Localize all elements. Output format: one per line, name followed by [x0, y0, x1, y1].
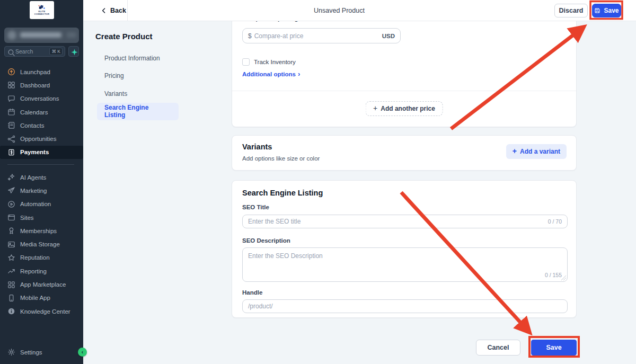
- gear-icon: [7, 348, 15, 356]
- sidebar-item-label: Knowledge Center: [20, 308, 70, 315]
- sidebar-item-label: Automation: [20, 201, 51, 207]
- seo-title-label: SEO Title: [242, 204, 269, 210]
- save-label: Save: [546, 344, 561, 351]
- add-variant-label: Add a variant: [520, 148, 560, 155]
- compare-at-price-input[interactable]: [254, 32, 382, 40]
- track-inventory-checkbox[interactable]: [242, 58, 250, 66]
- sidebar-item-label: Contacts: [20, 122, 44, 129]
- sidebar-item-label: Reputation: [20, 254, 50, 261]
- seo-title-counter: 0 / 70: [548, 218, 562, 225]
- back-button[interactable]: Back: [101, 0, 126, 21]
- sidebar-item-app-marketplace[interactable]: App Marketplace: [0, 278, 83, 291]
- sidebar-item-conversations[interactable]: Conversations: [0, 92, 83, 105]
- topbar: Back Unsaved Product Discard Save: [83, 0, 636, 21]
- compare-at-price-field[interactable]: $ USD: [242, 28, 401, 43]
- tab-search-engine-listing[interactable]: Search Engine Listing: [97, 103, 179, 121]
- banknote-icon: [7, 148, 15, 156]
- variants-card: Variants Add options like size or color …: [232, 135, 577, 171]
- sidebar-item-ai-agents[interactable]: AI Agents: [0, 171, 83, 184]
- global-search-input[interactable]: Search ⌘ K: [4, 46, 65, 57]
- additional-options-link[interactable]: Additional options: [242, 71, 300, 77]
- sidebar-item-label: Opportunities: [20, 136, 56, 142]
- discard-label: Discard: [559, 7, 584, 14]
- track-inventory-label: Track Inventory: [254, 59, 296, 65]
- tab-variants[interactable]: Variants: [97, 85, 179, 103]
- floppy-disk-icon: [594, 7, 600, 14]
- cancel-button[interactable]: Cancel: [476, 340, 520, 356]
- trending-up-icon: [7, 267, 15, 275]
- logo-line2: CONNECTOR: [34, 13, 49, 15]
- sidebar-item-settings[interactable]: Settings: [0, 345, 83, 359]
- sidebar-item-reputation[interactable]: Reputation: [0, 251, 83, 264]
- chat-bubble-icon: [7, 95, 15, 103]
- phone-icon: [7, 294, 15, 302]
- save-button-top[interactable]: Save: [592, 4, 621, 17]
- seo-title-field[interactable]: 0 / 70: [242, 215, 568, 228]
- medal-icon: [7, 227, 15, 235]
- image-icon: [7, 241, 15, 248]
- card-divider: [232, 91, 576, 91]
- sidebar-item-automation[interactable]: Automation: [0, 198, 83, 211]
- seo-description-counter: 0 / 155: [545, 272, 562, 278]
- sidebar-item-media-storage[interactable]: Media Storage: [0, 237, 83, 251]
- tab-product-information[interactable]: Product Information: [97, 49, 179, 67]
- back-label: Back: [110, 7, 126, 14]
- nodes-icon: [7, 135, 15, 143]
- sidebar-collapse-button[interactable]: ‹: [78, 348, 87, 357]
- compare-at-pricing-label: Compare-at pricing: [242, 21, 298, 24]
- add-price-label: Add another price: [381, 105, 435, 112]
- sidebar-item-memberships[interactable]: Memberships: [0, 224, 83, 237]
- sidebar-item-reporting[interactable]: Reporting: [0, 264, 83, 278]
- add-variant-button[interactable]: Add a variant: [506, 144, 567, 159]
- sidebar-item-launchpad[interactable]: Launchpad: [0, 65, 83, 78]
- sidebar-item-mobile-app[interactable]: Mobile App: [0, 291, 83, 305]
- seo-description-label: SEO Description: [242, 237, 290, 244]
- info-circle-icon: [7, 307, 15, 315]
- sidebar-divider: [7, 164, 74, 165]
- sidebar-item-knowledge-center[interactable]: Knowledge Center: [0, 305, 83, 318]
- tab-pricing[interactable]: Pricing: [97, 67, 179, 85]
- sidebar-item-contacts[interactable]: Contacts: [0, 119, 83, 132]
- contacts-book-icon: [7, 121, 15, 129]
- sidebar-item-label: Conversations: [20, 95, 59, 102]
- account-switcher[interactable]: [4, 28, 79, 43]
- create-product-title: Create Product: [95, 32, 153, 41]
- company-logo[interactable]: ELITE CONNECTOR: [30, 1, 54, 19]
- handle-field[interactable]: [242, 299, 568, 313]
- seo-description-textarea[interactable]: [243, 248, 567, 281]
- account-avatar: [7, 31, 16, 40]
- additional-options-label: Additional options: [242, 71, 296, 77]
- discard-button[interactable]: Discard: [554, 4, 588, 17]
- chevron-left-icon: [101, 7, 107, 14]
- sidebar-item-marketing[interactable]: Marketing: [0, 184, 83, 197]
- sidebar-item-dashboard[interactable]: Dashboard: [0, 78, 83, 92]
- star-icon: [7, 254, 15, 262]
- sidebar-item-payments[interactable]: Payments: [0, 146, 83, 159]
- chevron-right-icon: [298, 71, 300, 77]
- sidebar-item-calendars[interactable]: Calendars: [0, 105, 83, 119]
- ai-assistant-button[interactable]: [68, 46, 79, 57]
- sidebar-item-label: Mobile App: [20, 295, 50, 301]
- app-sidebar: ELITE CONNECTOR Search ⌘ K Launchpad: [0, 0, 83, 364]
- search-placeholder: Search: [15, 48, 47, 55]
- handle-input[interactable]: [248, 303, 562, 310]
- account-name-redacted: [20, 32, 61, 38]
- sidebar-item-label: Reporting: [20, 268, 47, 274]
- search-icon: [7, 49, 13, 55]
- grid-icon: [7, 281, 15, 289]
- seo-description-field[interactable]: 0 / 155: [242, 247, 568, 282]
- page-title: Unsaved Product: [314, 0, 365, 21]
- sparkles-icon: [7, 173, 15, 181]
- sidebar-item-sites[interactable]: Sites: [0, 211, 83, 224]
- sidebar-item-opportunities[interactable]: Opportunities: [0, 132, 83, 145]
- topbar-divider: [127, 0, 128, 21]
- paper-plane-icon: [7, 187, 15, 194]
- sidebar-item-label: Payments: [20, 149, 49, 155]
- currency-code: USD: [382, 33, 395, 39]
- add-another-price-button[interactable]: Add another price: [365, 101, 443, 116]
- save-button-bottom[interactable]: Save: [531, 340, 577, 356]
- seo-title-input[interactable]: [248, 218, 544, 225]
- resize-handle-icon[interactable]: [561, 276, 566, 280]
- cancel-label: Cancel: [488, 344, 509, 351]
- save-label: Save: [604, 7, 619, 14]
